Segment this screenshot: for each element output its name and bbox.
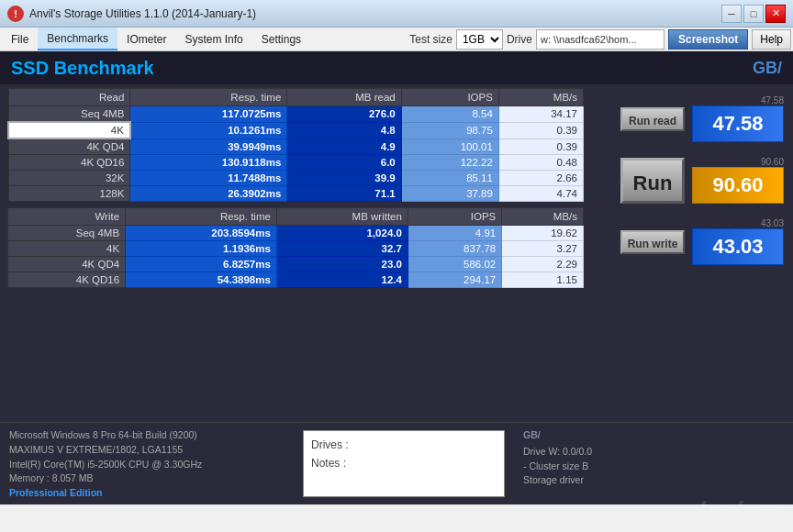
pro-edition-label: Professional Edition — [9, 486, 285, 501]
read-row-seq4mb: Seq 4MB 117.0725ms 276.0 8.54 34.17 — [8, 106, 584, 123]
resp-col-header: Resp. time — [130, 89, 287, 106]
maximize-button[interactable]: □ — [743, 5, 764, 23]
drives-label: Drives : — [311, 438, 497, 451]
write-row-4k: 4K 1.1936ms 32.7 837.78 3.27 — [8, 241, 584, 257]
hwbox-logo: hwbox — [699, 496, 784, 525]
write-row-seq4mb: Seq 4MB 203.8594ms 1,024.0 4.91 19.62 — [8, 226, 584, 241]
svg-text:!: ! — [14, 8, 17, 19]
bottom-sysinfo: Microsoft Windows 8 Pro 64-bit Build (92… — [0, 423, 294, 504]
read-row-4k: 4K 10.1261ms 4.8 98.75 0.39 — [8, 122, 584, 139]
main-content: Read Resp. time MB read IOPS MB/s Seq 4M… — [0, 84, 793, 422]
write-row-4kqd16: 4K QD16 54.3898ms 12.4 294.17 1.15 — [8, 272, 584, 288]
read-row-4kqd16: 4K QD16 130.9118ms 6.0 122.22 0.48 — [8, 155, 584, 171]
run-read-row: Run read 47.58 47.58 — [600, 95, 784, 142]
window-controls: ─ □ ✕ — [721, 5, 786, 23]
iops-col-header: IOPS — [401, 89, 498, 106]
run-write-button[interactable]: Run write — [620, 230, 685, 254]
menu-file[interactable]: File — [2, 28, 38, 50]
score-total-label: 90.60 — [761, 157, 784, 167]
menu-iometer[interactable]: IOmeter — [117, 28, 175, 50]
write-iops-col-header: IOPS — [408, 208, 501, 226]
write-row-4kqd4: 4K QD4 6.8257ms 23.0 586.02 2.29 — [8, 257, 584, 272]
run-read-button[interactable]: Run read — [620, 107, 685, 131]
menu-settings[interactable]: Settings — [252, 28, 310, 50]
bottom-gb-info: GB/ Drive W: 0.0/0.0 - Cluster size B St… — [514, 423, 793, 504]
score-write-label: 43.03 — [761, 218, 784, 228]
run-button[interactable]: Run — [620, 158, 685, 204]
run-main-row: Run 90.60 90.60 — [600, 157, 784, 204]
write-mbwritten-col-header: MB written — [276, 208, 408, 226]
gb-detail3: Storage driver — [523, 473, 784, 488]
mbs-col-header: MB/s — [498, 89, 583, 106]
write-col-header: Write — [8, 208, 126, 226]
content-area: SSD Benchmark GB/ Read Resp. time MB rea… — [0, 51, 793, 504]
score-read-label: 47.58 — [761, 95, 784, 105]
run-write-row: Run write 43.03 43.03 — [600, 218, 784, 265]
bottom-drives-notes: Drives : Notes : — [303, 430, 505, 497]
write-resp-col-header: Resp. time — [126, 208, 277, 226]
read-row-4kqd4: 4K QD4 39.9949ms 4.9 100.01 0.39 — [8, 139, 584, 155]
gb-detail2: - Cluster size B — [523, 460, 784, 474]
sysinfo-line3: Intel(R) Core(TM) i5-2500K CPU @ 3.30GHz — [9, 458, 285, 472]
minimize-button[interactable]: ─ — [721, 5, 742, 23]
sysinfo-line4: Memory : 8.057 MB — [9, 471, 285, 486]
close-button[interactable]: ✕ — [765, 5, 786, 23]
read-col-header: Read — [8, 89, 130, 106]
testsize-label: Test size — [409, 33, 452, 46]
ssd-unit: GB/ — [753, 59, 782, 78]
menu-sysinfo[interactable]: System Info — [175, 28, 251, 50]
score-read-box: 47.58 — [692, 105, 784, 142]
app-icon: ! — [7, 6, 24, 22]
ssd-header: SSD Benchmark GB/ — [0, 51, 793, 84]
mbread-col-header: MB read — [287, 89, 401, 106]
write-table: Write Resp. time MB written IOPS MB/s Se… — [7, 207, 584, 288]
table-area: Read Resp. time MB read IOPS MB/s Seq 4M… — [0, 84, 591, 422]
menu-benchmarks[interactable]: Benchmarks — [38, 28, 117, 50]
title-bar: ! Anvil's Storage Utilities 1.1.0 (2014-… — [0, 0, 793, 28]
score-write-box: 43.03 — [692, 228, 784, 265]
sysinfo-line1: Microsoft Windows 8 Pro 64-bit Build (92… — [9, 428, 285, 443]
notes-label: Notes : — [311, 457, 497, 470]
sysinfo-line2: MAXIMUS V EXTREME/1802, LGA1155 — [9, 443, 285, 458]
drive-label: Drive — [507, 33, 532, 46]
read-table: Read Resp. time MB read IOPS MB/s Seq 4M… — [7, 88, 584, 202]
bottom-area: Microsoft Windows 8 Pro 64-bit Build (92… — [0, 422, 793, 504]
write-mbs-col-header: MB/s — [502, 208, 584, 226]
score-total-box: 90.60 — [692, 167, 784, 204]
right-panel: Run read 47.58 47.58 Run 90.60 90.60 Run… — [591, 84, 793, 422]
screenshot-button[interactable]: Screenshot — [668, 29, 748, 50]
ssd-title: SSD Benchmark — [11, 58, 154, 79]
gb-title: GB/ — [523, 428, 784, 443]
drive-field: w: \\nasdfca62\hom... — [536, 29, 665, 50]
read-row-128k: 128K 26.3902ms 71.1 37.89 4.74 — [8, 186, 584, 202]
testsize-select[interactable]: 1GB 2GB 4GB — [456, 29, 503, 50]
gb-detail1: Drive W: 0.0/0.0 — [523, 445, 784, 460]
menu-bar: File Benchmarks IOmeter System Info Sett… — [0, 28, 793, 51]
help-button[interactable]: Help — [752, 29, 791, 50]
window-title: Anvil's Storage Utilities 1.1.0 (2014-Ja… — [29, 7, 256, 20]
read-row-32k: 32K 11.7488ms 39.9 85.11 2.66 — [8, 171, 584, 186]
